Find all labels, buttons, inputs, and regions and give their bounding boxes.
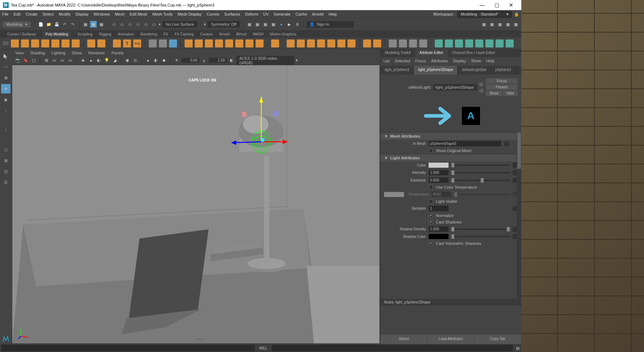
snap-point-icon[interactable]: ◇	[127, 21, 133, 28]
undo-icon[interactable]: ↶	[62, 21, 68, 28]
ae-list[interactable]: List	[383, 59, 390, 63]
sculpt-icon[interactable]	[445, 39, 453, 47]
mel-label[interactable]: MEL	[256, 346, 270, 350]
panel-layout3-icon[interactable]: ▦	[497, 21, 503, 28]
shelf-tab-animation[interactable]: Animation	[118, 32, 134, 36]
poly-plane-icon[interactable]	[62, 39, 70, 47]
vp-motion-blur-icon[interactable]: ◐	[153, 57, 159, 64]
connection-icon[interactable]	[504, 141, 509, 146]
viewport[interactable]: CAPS LOCK ON persp	[12, 65, 379, 343]
notes-field[interactable]	[380, 306, 521, 335]
make-live-icon[interactable]	[475, 39, 483, 47]
separate-icon[interactable]	[195, 39, 203, 47]
poly-disc-icon[interactable]	[72, 39, 80, 47]
mirror-icon[interactable]	[225, 39, 233, 47]
shelf-tab-motion[interactable]: Motion Graphics	[270, 32, 296, 36]
shelf-tab-arnold[interactable]: Arnold	[219, 32, 230, 36]
menu-curves[interactable]: Curves	[207, 12, 219, 16]
exposure-slider[interactable]	[451, 180, 510, 181]
panel-layout2-icon[interactable]: ▦	[489, 21, 495, 28]
shelf-tab-rendering[interactable]: Rendering	[140, 32, 157, 36]
redo-icon[interactable]: ↷	[70, 21, 76, 28]
shelf-tab-bifrost[interactable]: Bifrost	[236, 32, 246, 36]
insert-edge-icon[interactable]	[399, 39, 407, 47]
four-pane-icon[interactable]: ⊞	[1, 156, 10, 165]
vp-view[interactable]: View	[15, 51, 24, 55]
menu-file[interactable]: File	[2, 12, 9, 16]
show-original-mesh-check[interactable]	[429, 148, 433, 153]
project-curve-icon[interactable]	[485, 39, 493, 47]
select-back-icon[interactable]: ◱	[479, 82, 483, 87]
vp-gamma-icon[interactable]: γ	[201, 57, 207, 64]
extrude-icon[interactable]	[271, 39, 279, 47]
vp-film-gate-icon[interactable]: ▭	[51, 57, 58, 64]
vp-show[interactable]: Show	[72, 51, 82, 55]
move-tool[interactable]: ✥	[1, 84, 10, 93]
command-line[interactable]	[1, 345, 255, 351]
ae-attributes[interactable]: Attributes	[431, 59, 448, 63]
vp-exposure-icon[interactable]: ☀	[173, 57, 180, 64]
shelf-tab-sculpting[interactable]: Sculpting	[77, 32, 92, 36]
crease-icon[interactable]	[435, 39, 443, 47]
shadow-density-field[interactable]: 1.000	[429, 226, 449, 232]
select-button[interactable]: Select	[380, 335, 428, 344]
node-tab-0[interactable]: light_pSphere3	[380, 66, 414, 75]
cast-shadows-check[interactable]	[429, 220, 433, 224]
menu-generate[interactable]: Generate	[274, 12, 290, 16]
intensity-slider[interactable]	[451, 172, 510, 173]
tool-settings-icon[interactable]: ▦	[262, 21, 269, 28]
load-attributes-button[interactable]: Load Attributes	[428, 335, 475, 344]
vp-gamma-value[interactable]: 1.00	[209, 58, 227, 63]
target-weld-icon[interactable]	[373, 39, 381, 47]
vp-ao-icon[interactable]: ●	[145, 57, 151, 64]
vp-renderer[interactable]: Renderer	[88, 51, 105, 55]
mode-dropdown[interactable]: Modeling▾	[2, 21, 31, 28]
vp-wireframe-icon[interactable]: ◈	[80, 57, 86, 64]
pivot-icon[interactable]	[159, 39, 167, 47]
append-icon[interactable]	[317, 39, 325, 47]
soft-select-icon[interactable]	[496, 39, 504, 47]
show-button[interactable]: Show	[486, 91, 502, 96]
vp-shadows-icon[interactable]: ◢	[111, 57, 118, 64]
remesh-icon[interactable]	[245, 39, 253, 47]
ae-focus[interactable]: Focus	[415, 59, 426, 63]
combine-icon[interactable]	[185, 39, 193, 47]
slide-edge-icon[interactable]	[419, 39, 427, 47]
menu-display[interactable]: Display	[76, 12, 89, 16]
retopo-icon[interactable]	[256, 39, 264, 47]
vp-shaded-icon[interactable]: ●	[88, 57, 94, 64]
in-mesh-field[interactable]: pSphereShape3	[429, 141, 501, 146]
live-surface-icon[interactable]: ◇	[151, 21, 157, 28]
panel-layout4-icon[interactable]: ▦	[505, 21, 511, 28]
menu-uv[interactable]: UV	[263, 12, 269, 16]
connect-icon[interactable]	[337, 39, 345, 47]
poly-sphere-icon[interactable]	[11, 39, 19, 47]
lock-icon[interactable]: 🔒	[514, 12, 519, 17]
select-highlight-icon[interactable]: ▦	[98, 21, 105, 28]
collapse-icon[interactable]	[327, 39, 335, 47]
vp-xray-icon[interactable]: ◎	[132, 57, 139, 64]
vp-colorspace-dropdown[interactable]: ACES 1.0 SDR-video (sRGB)	[236, 56, 294, 65]
select-mode-icon[interactable]: ▦	[90, 21, 97, 28]
poly-cylinder-icon[interactable]	[31, 39, 39, 47]
smooth-icon[interactable]	[205, 39, 213, 47]
outliner-icon[interactable]: ☰	[1, 177, 10, 187]
detach-icon[interactable]	[348, 39, 355, 47]
menu-create[interactable]: Create	[26, 12, 38, 16]
shelf-tab-poly[interactable]: Poly Modeling	[42, 32, 71, 37]
ae-display[interactable]: Display	[453, 59, 466, 63]
tab-modeling-toolkit[interactable]: Modeling Toolkit	[380, 49, 415, 57]
panel-layout5-icon[interactable]: ▦	[513, 21, 519, 28]
vp-aa-icon[interactable]: ◆	[161, 57, 167, 64]
focus-button[interactable]: Focus	[486, 78, 518, 84]
menu-surfaces[interactable]: Surfaces	[224, 12, 240, 16]
rotate-tool[interactable]: ◉	[1, 95, 10, 104]
panel-layout-icon[interactable]: ▦	[481, 21, 487, 28]
snap-icon[interactable]	[149, 39, 157, 47]
vp-grid-icon[interactable]: ⊞	[43, 57, 50, 64]
vp-lights-icon[interactable]: 💡	[104, 57, 110, 64]
node-tab-2[interactable]: defaultLightSet	[458, 66, 491, 75]
use-color-temp-check[interactable]	[429, 185, 433, 189]
shelf-tab-fxcaching[interactable]: FX Caching	[175, 32, 194, 36]
attr-editor-icon[interactable]: ▦	[270, 21, 277, 28]
